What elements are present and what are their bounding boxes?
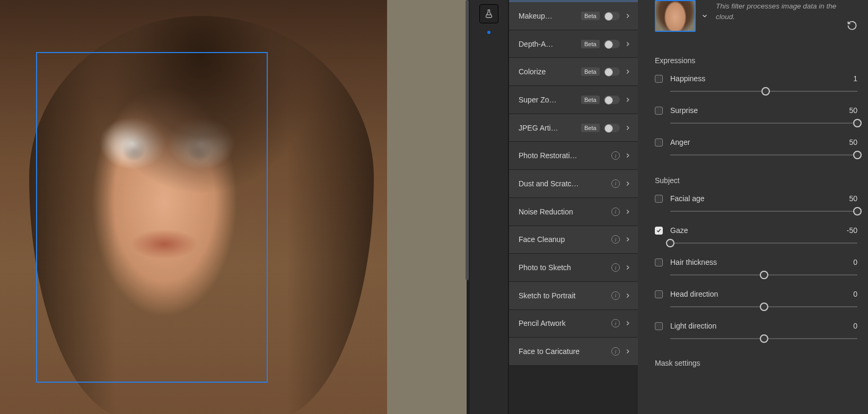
filter-row-10[interactable]: Sketch to Portraiti — [509, 282, 638, 310]
slider-thumb[interactable] — [760, 271, 768, 279]
chevron-right-icon — [624, 320, 632, 327]
filter-label: Makeup… — [519, 12, 577, 20]
enable-checkbox[interactable] — [655, 107, 663, 115]
slider[interactable] — [670, 333, 857, 344]
filter-enable-toggle[interactable] — [604, 96, 620, 104]
reset-button[interactable] — [847, 0, 857, 31]
control-label: Happiness — [670, 74, 837, 83]
slider[interactable] — [670, 270, 857, 280]
beta-badge: Beta — [581, 96, 600, 104]
control-value[interactable]: -50 — [845, 226, 857, 235]
chevron-right-icon — [624, 68, 632, 75]
chevron-down-icon[interactable] — [701, 12, 708, 20]
info-icon[interactable]: i — [611, 235, 620, 244]
chevron-right-icon — [624, 96, 632, 104]
info-icon[interactable]: i — [611, 151, 620, 160]
reset-icon — [847, 20, 857, 31]
enable-checkbox[interactable] — [655, 290, 663, 298]
chevron-right-icon — [624, 180, 632, 187]
chevron-right-icon — [624, 12, 632, 20]
active-category-indicator — [487, 31, 490, 34]
beta-badge: Beta — [581, 67, 600, 76]
control-hair-thickness: Hair thickness0 — [655, 258, 857, 280]
filter-row-6[interactable]: Dust and Scratc…i — [509, 170, 638, 198]
slider[interactable] — [670, 301, 857, 312]
chevron-right-icon — [624, 236, 632, 243]
control-light-direction: Light direction0 — [655, 322, 857, 344]
beta-filters-button[interactable] — [479, 4, 498, 23]
filter-label: Face to Caricature — [519, 347, 607, 356]
control-gaze: Gaze-50 — [655, 226, 857, 248]
control-label: Anger — [670, 138, 837, 146]
chevron-right-icon — [624, 292, 632, 299]
info-icon[interactable]: i — [611, 208, 620, 216]
enable-checkbox[interactable] — [655, 322, 663, 330]
enable-checkbox[interactable] — [655, 75, 663, 83]
control-anger: Anger50 — [655, 138, 857, 160]
filter-row-3[interactable]: Super Zo…Beta — [509, 86, 638, 114]
filter-enable-toggle[interactable] — [604, 124, 620, 132]
enable-checkbox[interactable] — [655, 139, 663, 146]
enable-checkbox[interactable] — [655, 258, 663, 266]
filter-row-7[interactable]: Noise Reductioni — [509, 198, 638, 226]
filter-enable-toggle[interactable] — [604, 12, 620, 20]
slider-thumb[interactable] — [760, 303, 768, 311]
category-toolbar — [470, 0, 508, 414]
flask-icon — [484, 9, 494, 19]
slider-thumb[interactable] — [853, 119, 862, 127]
filter-enable-toggle[interactable] — [604, 67, 620, 76]
enable-checkbox[interactable] — [655, 227, 663, 235]
enable-checkbox[interactable] — [655, 195, 663, 203]
filter-row-1[interactable]: Depth-A…Beta — [509, 30, 638, 58]
filter-label: Pencil Artwork — [519, 319, 607, 327]
slider[interactable] — [670, 206, 857, 217]
filter-label: Sketch to Portrait — [519, 291, 607, 300]
filter-row-4[interactable]: JPEG Arti…Beta — [509, 114, 638, 142]
filter-row-11[interactable]: Pencil Artworki — [509, 310, 638, 338]
control-value[interactable]: 0 — [845, 290, 857, 298]
face-select-thumbnail[interactable] — [655, 0, 696, 32]
control-label: Light direction — [670, 322, 837, 330]
beta-badge: Beta — [581, 40, 600, 48]
filter-label: Super Zo… — [519, 96, 577, 104]
chevron-right-icon — [624, 152, 632, 159]
filter-label: Depth-A… — [519, 40, 577, 48]
info-icon[interactable]: i — [611, 263, 620, 272]
control-value[interactable]: 50 — [845, 194, 857, 203]
slider-thumb[interactable] — [666, 239, 674, 247]
slider[interactable] — [670, 150, 857, 160]
section-title-expressions: Expressions — [655, 56, 857, 65]
filter-enable-toggle[interactable] — [604, 40, 620, 48]
filter-row-5[interactable]: Photo Restorati…i — [509, 142, 638, 170]
section-title-subject: Subject — [655, 176, 857, 185]
filter-row-0[interactable]: Makeup…Beta — [509, 2, 638, 30]
document-canvas[interactable] — [0, 0, 467, 414]
control-value[interactable]: 1 — [845, 74, 857, 83]
info-icon[interactable]: i — [611, 179, 620, 188]
control-value[interactable]: 50 — [845, 138, 857, 146]
filter-label: Photo Restorati… — [519, 151, 607, 160]
slider[interactable] — [670, 118, 857, 128]
chevron-right-icon — [624, 264, 632, 271]
control-value[interactable]: 0 — [845, 258, 857, 266]
filter-row-9[interactable]: Photo to Sketchi — [509, 254, 638, 282]
info-icon[interactable]: i — [611, 347, 620, 356]
control-value[interactable]: 0 — [845, 322, 857, 330]
filter-row-2[interactable]: ColorizeBeta — [509, 58, 638, 86]
info-icon[interactable]: i — [611, 291, 620, 300]
slider-thumb[interactable] — [760, 334, 768, 343]
filter-row-8[interactable]: Face Cleanupi — [509, 226, 638, 254]
slider[interactable] — [670, 238, 857, 248]
slider-thumb[interactable] — [853, 151, 862, 159]
control-label: Facial age — [670, 194, 837, 203]
control-label: Hair thickness — [670, 258, 837, 266]
slider[interactable] — [670, 86, 857, 97]
slider-thumb[interactable] — [853, 207, 862, 215]
filter-label: JPEG Arti… — [519, 124, 577, 132]
info-icon[interactable]: i — [611, 319, 620, 327]
slider-thumb[interactable] — [761, 87, 770, 96]
filter-row-12[interactable]: Face to Caricaturei — [509, 338, 638, 366]
control-value[interactable]: 50 — [845, 106, 857, 115]
canvas-scrollbar[interactable] — [466, 0, 469, 280]
control-head-direction: Head direction0 — [655, 290, 857, 312]
